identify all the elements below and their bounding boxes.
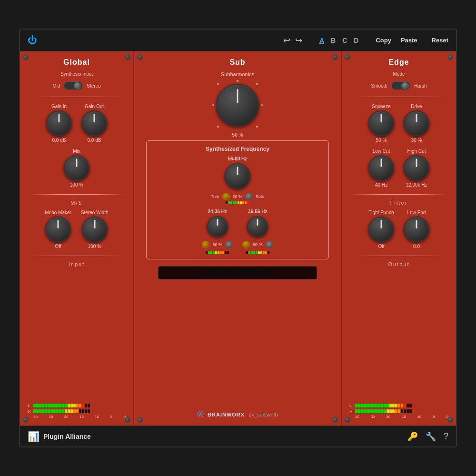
- low-end-knob[interactable]: [404, 217, 429, 242]
- brand-name: Plugin Alliance: [43, 433, 91, 440]
- paste-button[interactable]: Paste: [401, 37, 417, 44]
- undo-button[interactable]: ↩: [283, 35, 290, 46]
- grille-hole: [233, 269, 235, 277]
- drive-container: Drive 30 %: [404, 104, 429, 143]
- vu-seg: [369, 404, 372, 407]
- band2-solo-btn[interactable]: [225, 241, 233, 248]
- band1-solo-btn[interactable]: [245, 193, 253, 200]
- edge-vu-15: 15: [402, 415, 406, 419]
- help-button[interactable]: ?: [444, 431, 448, 441]
- copy-button[interactable]: Copy: [376, 37, 391, 44]
- filter-knob-group: Tight Punch Off Low End 0.0: [368, 210, 429, 249]
- vu-seg: [389, 409, 392, 413]
- vu-seg: [409, 404, 412, 407]
- gain-in-knob[interactable]: [46, 110, 72, 136]
- vu-seg: [88, 409, 90, 413]
- redo-button[interactable]: ↪: [295, 35, 302, 46]
- sub-screw-tl: [137, 54, 143, 60]
- low-cut-knob[interactable]: [368, 155, 394, 181]
- cut-knob-group: Low Cut 40 Hz High Cut 12.00k Hz: [368, 149, 429, 188]
- vu-seg: [73, 404, 76, 407]
- vu-seg: [361, 409, 363, 413]
- brand-logo: 📊 Plugin Alliance: [28, 431, 91, 442]
- preset-slot-a[interactable]: A: [319, 37, 324, 44]
- subharmonics-label: Subharmonics: [221, 71, 254, 77]
- grille-hole: [224, 269, 225, 277]
- reset-button[interactable]: Reset: [432, 37, 448, 44]
- vu-seg: [378, 409, 380, 413]
- band3-solo-btn[interactable]: [266, 241, 273, 248]
- high-cut-value: 12.00k Hz: [406, 182, 427, 188]
- grille-hole: [212, 269, 213, 277]
- vu-seg: [48, 409, 50, 413]
- vu-seg: [65, 409, 67, 413]
- vu-seg: [85, 409, 87, 413]
- harsh-label: Harsh: [414, 83, 427, 89]
- ml-seg: [235, 201, 237, 204]
- grille-hole: [205, 269, 206, 277]
- band3-knob[interactable]: [247, 216, 268, 237]
- squeeze-knob[interactable]: [368, 110, 394, 136]
- sub-title: Sub: [229, 58, 245, 67]
- low-end-container: Low End 0.0: [404, 210, 429, 249]
- grille-hole: [255, 269, 256, 277]
- drive-knob[interactable]: [404, 110, 429, 136]
- edge-mode-label: Mode: [393, 71, 405, 77]
- grille-hole: [264, 269, 266, 277]
- wrench-button[interactable]: 🔧: [426, 431, 436, 442]
- grille-hole: [245, 269, 247, 277]
- vu-seg: [355, 409, 357, 413]
- vu-seg: [369, 409, 372, 413]
- tight-punch-knob[interactable]: [368, 217, 394, 242]
- edge-output-label: Output: [388, 261, 409, 267]
- grille-hole: [219, 269, 220, 277]
- band1-solo-label: Solo: [256, 194, 264, 199]
- band1-knob[interactable]: [225, 163, 250, 189]
- preset-slot-b[interactable]: B: [331, 37, 336, 44]
- grille-hole: [221, 269, 223, 277]
- ml-seg: [268, 251, 269, 254]
- vu-seg: [392, 404, 395, 407]
- preset-slot-c[interactable]: C: [342, 37, 347, 44]
- vu-seg: [42, 404, 44, 407]
- vu-scale-30: 30: [49, 415, 53, 419]
- preset-slot-d[interactable]: D: [354, 37, 358, 44]
- edge-vu-l: L: [349, 403, 448, 408]
- gain-in-container: Gain In 0.0 dB: [46, 104, 72, 143]
- mix-knob[interactable]: [64, 155, 89, 181]
- global-title: Global: [63, 58, 90, 67]
- band3-trim-btn[interactable]: [242, 241, 250, 248]
- grille-hole: [214, 269, 216, 277]
- power-button[interactable]: ⏻: [28, 35, 37, 46]
- synthesis-toggle[interactable]: [64, 81, 83, 90]
- vu-scale-5: 5: [110, 415, 112, 419]
- vu-seg: [367, 409, 369, 413]
- subharmonics-knob[interactable]: [216, 84, 259, 127]
- key-button[interactable]: 🔑: [407, 431, 418, 442]
- vu-seg: [407, 409, 409, 413]
- gain-out-knob[interactable]: [81, 110, 107, 136]
- band1-trim-btn[interactable]: [222, 193, 230, 200]
- edge-screw-tl: [345, 54, 350, 60]
- band2-trim-btn[interactable]: [202, 241, 209, 248]
- edge-vu-scale: 40 30 20 15 10 5 0: [349, 415, 448, 419]
- mono-maker-knob[interactable]: [45, 217, 71, 242]
- band2-knob[interactable]: [207, 216, 228, 237]
- grille-hole: [259, 269, 261, 277]
- stereo-width-knob[interactable]: [82, 217, 108, 242]
- vu-seg: [409, 409, 412, 413]
- grille-hole: [248, 269, 249, 277]
- edge-vu-r: R: [349, 409, 448, 414]
- brainworx-label: BRAINWORX: [208, 412, 245, 417]
- edge-vu-40: 40: [355, 415, 359, 419]
- mode-toggle[interactable]: [391, 81, 410, 90]
- input-label: Input: [69, 261, 85, 267]
- high-cut-knob[interactable]: [404, 155, 429, 181]
- vu-seg: [364, 409, 366, 413]
- ml-seg: [213, 251, 215, 254]
- grille-hole: [228, 269, 230, 277]
- gain-out-container: Gain Out 0.0 dB: [81, 104, 107, 143]
- vu-scale-10: 10: [95, 415, 99, 419]
- global-vu-l: L: [28, 403, 126, 408]
- vu-seg: [82, 409, 84, 413]
